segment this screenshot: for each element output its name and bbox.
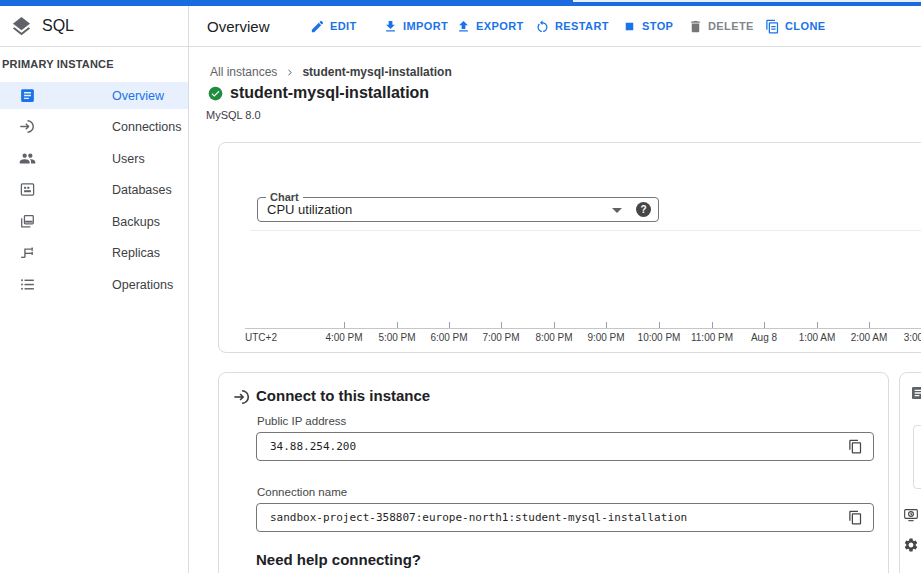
cloud-sql-logo-icon xyxy=(10,15,33,38)
axis-tick xyxy=(554,322,555,328)
edit-button-label: EDIT xyxy=(330,20,357,32)
connect-login-icon xyxy=(233,388,251,406)
axis-tick-label: 2:00 AM xyxy=(841,332,897,343)
help-icon[interactable]: ? xyxy=(636,202,651,217)
need-help-heading: Need help connecting? xyxy=(256,551,421,568)
browser-top-strip-highlight xyxy=(573,0,921,2)
chart-gridline xyxy=(250,230,921,231)
chevron-right-icon xyxy=(285,68,294,77)
sidebar-item-databases[interactable]: Databases xyxy=(0,176,188,203)
axis-timezone-label: UTC+2 xyxy=(245,332,277,343)
right-card-inner-box xyxy=(913,425,921,489)
stop-button-label: STOP xyxy=(642,20,673,32)
chart-select-value: CPU utilization xyxy=(267,198,352,221)
stop-square-icon xyxy=(622,19,637,34)
public-ip-value: 34.88.254.200 xyxy=(270,433,356,460)
import-button[interactable]: IMPORT xyxy=(383,6,448,46)
connect-card: Connect to this instance Public IP addre… xyxy=(218,372,889,573)
chart-select[interactable]: Chart CPU utilization ? xyxy=(257,197,659,222)
sidebar-item-label: Databases xyxy=(112,183,172,197)
sidebar-nav: PRIMARY INSTANCE Overview Connections Us… xyxy=(0,47,189,573)
sidebar-item-label: Replicas xyxy=(112,246,160,260)
import-button-label: IMPORT xyxy=(403,20,448,32)
breadcrumb-current: student-mysql-installation xyxy=(302,65,451,79)
app-name: SQL xyxy=(42,6,74,46)
copy-icon[interactable] xyxy=(848,439,863,454)
status-healthy-check-icon xyxy=(208,86,223,101)
connect-card-title: Connect to this instance xyxy=(256,387,430,404)
chevron-down-icon xyxy=(612,208,622,213)
axis-tick-label: 1:00 AM xyxy=(789,332,845,343)
delete-button-label: DELETE xyxy=(708,20,754,32)
header-divider xyxy=(188,6,189,46)
sidebar-item-backups[interactable]: Backups xyxy=(0,208,188,235)
gear-icon xyxy=(903,537,919,553)
breadcrumb: All instances student-mysql-installation xyxy=(210,65,452,79)
restart-icon xyxy=(535,19,550,34)
card-doc-icon xyxy=(910,385,921,401)
axis-tick-label: 9:00 PM xyxy=(578,332,634,343)
edit-button[interactable]: EDIT xyxy=(310,6,357,46)
import-download-icon xyxy=(383,19,398,34)
axis-tick-label: Aug 8 xyxy=(736,332,792,343)
connection-name-value: sandbox-project-358807:europe-north1:stu… xyxy=(270,504,687,531)
axis-tick xyxy=(449,322,450,328)
sidebar-item-replicas[interactable]: Replicas xyxy=(0,239,188,266)
sidebar-section-title: PRIMARY INSTANCE xyxy=(2,58,114,70)
export-upload-icon xyxy=(456,19,471,34)
axis-tick xyxy=(817,322,818,328)
chart-x-axis-line xyxy=(245,328,921,329)
axis-tick xyxy=(397,322,398,328)
axis-tick xyxy=(606,322,607,328)
clone-button[interactable]: CLONE xyxy=(765,6,826,46)
public-ip-label: Public IP address xyxy=(257,415,346,427)
app-header: SQL Overview EDIT IMPORT EXPORT RESTART … xyxy=(0,6,921,47)
clone-button-label: CLONE xyxy=(785,20,826,32)
axis-tick xyxy=(659,322,660,328)
delete-trash-icon xyxy=(688,19,703,34)
stop-button[interactable]: STOP xyxy=(622,6,673,46)
users-people-icon xyxy=(19,150,36,167)
sidebar-item-label: Overview xyxy=(112,89,164,103)
monitor-clock-icon xyxy=(903,507,919,523)
restart-button[interactable]: RESTART xyxy=(535,6,609,46)
axis-tick-label: 7:00 PM xyxy=(473,332,529,343)
export-button[interactable]: EXPORT xyxy=(456,6,524,46)
breadcrumb-all-instances[interactable]: All instances xyxy=(210,65,277,79)
axis-tick xyxy=(712,322,713,328)
sidebar-item-connections[interactable]: Connections xyxy=(0,113,188,140)
cloud-sql-overview-page: SQL Overview EDIT IMPORT EXPORT RESTART … xyxy=(0,0,921,573)
axis-tick-label: 3:00 AM xyxy=(894,332,921,343)
connection-name-label: Connection name xyxy=(257,486,347,498)
connection-name-field[interactable]: sandbox-project-358807:europe-north1:stu… xyxy=(256,503,874,532)
axis-tick xyxy=(344,322,345,328)
axis-tick xyxy=(869,322,870,328)
axis-tick-label: 8:00 PM xyxy=(526,332,582,343)
axis-tick xyxy=(501,322,502,328)
sidebar-item-label: Backups xyxy=(112,215,160,229)
sidebar-item-label: Connections xyxy=(112,120,182,134)
monitoring-chart-card: Chart CPU utilization ? UTC+2 4:00 PM 5:… xyxy=(218,142,921,353)
overview-doc-icon xyxy=(19,87,36,104)
axis-tick-label: 10:00 PM xyxy=(631,332,687,343)
instance-name: student-mysql-installation xyxy=(230,84,429,102)
copy-icon[interactable] xyxy=(848,510,863,525)
databases-grid-icon xyxy=(19,181,36,198)
axis-tick-label: 6:00 PM xyxy=(421,332,477,343)
axis-tick-label: 11:00 PM xyxy=(684,332,740,343)
restart-button-label: RESTART xyxy=(555,20,609,32)
sidebar-item-label: Operations xyxy=(112,278,173,292)
page-title: Overview xyxy=(207,6,270,46)
sidebar-item-operations[interactable]: Operations xyxy=(0,271,188,298)
axis-tick xyxy=(764,322,765,328)
export-button-label: EXPORT xyxy=(476,20,524,32)
sidebar-item-overview[interactable]: Overview xyxy=(0,82,188,109)
replicas-tree-icon xyxy=(19,244,36,261)
delete-button[interactable]: DELETE xyxy=(688,6,754,46)
public-ip-field[interactable]: 34.88.254.200 xyxy=(256,432,874,461)
edit-pencil-icon xyxy=(310,19,325,34)
instance-title-row: student-mysql-installation xyxy=(208,84,429,102)
backups-layers-icon xyxy=(19,213,36,230)
sidebar-item-users[interactable]: Users xyxy=(0,145,188,172)
clone-copy-icon xyxy=(765,19,780,34)
